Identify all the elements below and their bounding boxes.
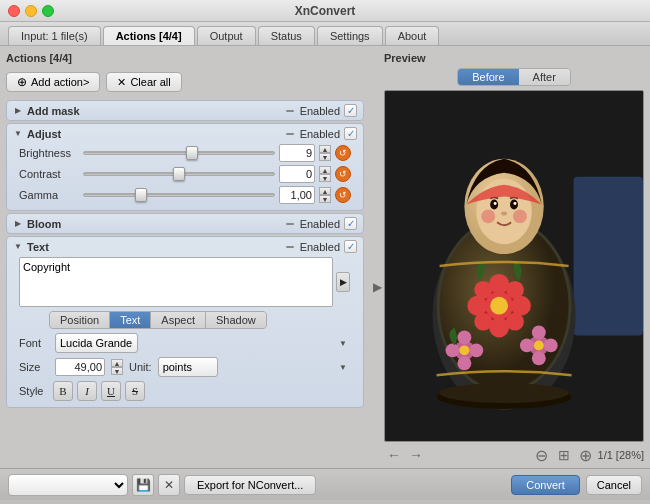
text-checkbox[interactable] — [344, 240, 357, 253]
gamma-reset[interactable]: ↺ — [335, 187, 351, 203]
tab-settings[interactable]: Settings — [317, 26, 383, 45]
contrast-value[interactable]: 0 — [279, 165, 315, 183]
bloom-triangle[interactable] — [13, 219, 23, 229]
style-strikethrough[interactable]: S — [125, 381, 145, 401]
gamma-row: Gamma 1,00 ▲ ▼ ↺ — [19, 186, 351, 204]
zoom-fit-button[interactable]: ⊞ — [554, 445, 574, 465]
add-mask-checkbox[interactable] — [344, 104, 357, 117]
text-content-input[interactable]: Copyright — [19, 257, 333, 307]
contrast-track[interactable] — [83, 172, 275, 176]
contrast-reset[interactable]: ↺ — [335, 166, 351, 182]
tab-input[interactable]: Input: 1 file(s) — [8, 26, 101, 45]
contrast-down[interactable]: ▼ — [319, 174, 331, 182]
size-stepper[interactable]: ▲ ▼ — [111, 359, 123, 375]
bloom-checkbox[interactable] — [344, 217, 357, 230]
add-action-button[interactable]: ⊕ Add action> — [6, 72, 100, 92]
brightness-reset[interactable]: ↺ — [335, 145, 351, 161]
path-select[interactable] — [8, 474, 128, 496]
unit-select[interactable]: points — [158, 357, 218, 377]
svg-point-9 — [494, 202, 497, 205]
svg-point-29 — [469, 343, 483, 357]
close-button[interactable] — [8, 5, 20, 17]
gamma-thumb[interactable] — [135, 188, 147, 202]
text-name: Text — [27, 241, 280, 253]
text-sidebar: ▶ — [335, 257, 351, 307]
svg-point-17 — [489, 318, 509, 338]
adjust-triangle[interactable] — [13, 129, 23, 139]
font-row: Font Lucida Grande ▼ — [19, 333, 351, 353]
contrast-up[interactable]: ▲ — [319, 166, 331, 174]
bloom-header: Bloom Enabled — [13, 217, 357, 230]
subtab-aspect[interactable]: Aspect — [151, 312, 206, 328]
brightness-thumb[interactable] — [186, 146, 198, 160]
action-text: Text Enabled Copyright ▶ Positi — [6, 236, 364, 408]
export-button[interactable]: Export for NConvert... — [184, 475, 316, 495]
unit-select-arrow: ▼ — [339, 363, 347, 372]
gamma-up[interactable]: ▲ — [319, 187, 331, 195]
convert-button[interactable]: Convert — [511, 475, 580, 495]
bottom-bar: 💾 ✕ Export for NConvert... Convert Cance… — [0, 468, 650, 500]
action-buttons-row: ⊕ Add action> ✕ Clear all — [6, 72, 364, 92]
style-bold[interactable]: B — [53, 381, 73, 401]
tab-status[interactable]: Status — [258, 26, 315, 45]
add-icon: ⊕ — [17, 75, 27, 89]
tab-actions[interactable]: Actions [4/4] — [103, 26, 195, 45]
action-adjust: Adjust Enabled Brightness 9 ▲ — [6, 123, 364, 211]
size-down[interactable]: ▼ — [111, 367, 123, 375]
bloom-dash — [286, 223, 294, 225]
subtab-text[interactable]: Text — [110, 312, 151, 328]
zoom-in-button[interactable]: ⊕ — [576, 445, 596, 465]
contrast-row: Contrast 0 ▲ ▼ ↺ — [19, 165, 351, 183]
brightness-value[interactable]: 9 — [279, 144, 315, 162]
contrast-thumb[interactable] — [173, 167, 185, 181]
text-triangle[interactable] — [13, 242, 23, 252]
contrast-stepper[interactable]: ▲ ▼ — [319, 166, 331, 182]
gamma-track[interactable] — [83, 193, 275, 197]
preview-nav: ← → — [384, 445, 426, 465]
clear-all-button[interactable]: ✕ Clear all — [106, 72, 181, 92]
font-select[interactable]: Lucida Grande — [55, 333, 138, 353]
svg-point-23 — [506, 313, 524, 331]
svg-point-27 — [457, 356, 471, 370]
style-underline[interactable]: U — [101, 381, 121, 401]
text-body: Copyright ▶ Position Text Aspect Shadow — [13, 253, 357, 407]
svg-point-18 — [467, 296, 487, 316]
nav-right-button[interactable]: → — [406, 445, 426, 465]
zoom-out-button[interactable]: ⊖ — [532, 445, 552, 465]
svg-point-34 — [520, 338, 534, 352]
brightness-up[interactable]: ▲ — [319, 145, 331, 153]
text-insert-button[interactable]: ▶ — [336, 272, 350, 292]
gamma-stepper[interactable]: ▲ ▼ — [319, 187, 331, 203]
contrast-label: Contrast — [19, 168, 79, 180]
brightness-down[interactable]: ▼ — [319, 153, 331, 161]
before-button[interactable]: Before — [458, 69, 518, 85]
unit-select-wrapper: points ▼ — [158, 357, 351, 377]
add-mask-triangle[interactable] — [13, 106, 23, 116]
delete-preset-button[interactable]: ✕ — [158, 474, 180, 496]
subtab-shadow[interactable]: Shadow — [206, 312, 266, 328]
after-button[interactable]: After — [519, 69, 570, 85]
size-value[interactable]: 49,00 — [55, 358, 105, 376]
clear-icon: ✕ — [117, 76, 126, 89]
actions-list: Add mask Enabled Adjust Enabled — [6, 100, 364, 462]
nav-left-button[interactable]: ← — [384, 445, 404, 465]
subtab-position[interactable]: Position — [50, 312, 110, 328]
size-row: Size 49,00 ▲ ▼ Unit: points ▼ — [19, 357, 351, 377]
save-preset-button[interactable]: 💾 — [132, 474, 154, 496]
brightness-stepper[interactable]: ▲ ▼ — [319, 145, 331, 161]
brightness-track[interactable] — [83, 151, 275, 155]
size-up[interactable]: ▲ — [111, 359, 123, 367]
maximize-button[interactable] — [42, 5, 54, 17]
gamma-down[interactable]: ▼ — [319, 195, 331, 203]
size-label: Size — [19, 361, 49, 373]
adjust-checkbox[interactable] — [344, 127, 357, 140]
minimize-button[interactable] — [25, 5, 37, 17]
tab-about[interactable]: About — [385, 26, 440, 45]
svg-point-33 — [532, 351, 546, 365]
gamma-value[interactable]: 1,00 — [279, 186, 315, 204]
cancel-button[interactable]: Cancel — [586, 475, 642, 495]
svg-point-24 — [490, 297, 508, 315]
style-italic[interactable]: I — [77, 381, 97, 401]
tab-output[interactable]: Output — [197, 26, 256, 45]
action-bloom: Bloom Enabled — [6, 213, 364, 234]
